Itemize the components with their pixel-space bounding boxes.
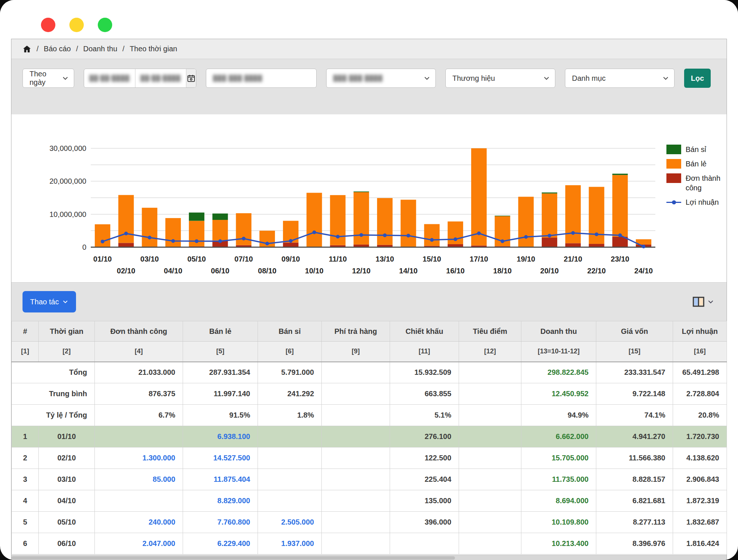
summary-row-total: Tổng 21.033.000 287.931.354 5.791.000 15… xyxy=(12,362,727,383)
cell-don-thanh-cong[interactable]: 2.047.000 xyxy=(95,533,183,554)
svg-text:22/10: 22/10 xyxy=(587,267,606,275)
cell-ban-le[interactable]: 14.527.500 xyxy=(183,447,258,469)
col-ban-si[interactable]: Bán sỉ xyxy=(258,321,322,342)
col-tieu-diem[interactable]: Tiêu điểm xyxy=(459,321,521,342)
table-row: 5 05/10 240.000 7.760.800 2.505.000 396.… xyxy=(12,512,727,533)
cell-ban-si[interactable] xyxy=(258,426,322,447)
table-row: 2 02/10 1.300.000 14.527.500 122.500 15.… xyxy=(12,447,727,469)
summary-value: 5.791.000 xyxy=(258,362,322,383)
breadcrumb-separator: / xyxy=(76,45,78,53)
cell-ban-le[interactable]: 8.829.000 xyxy=(183,490,258,512)
table-header-row: # Thời gian Đơn thành công Bán lẻ Bán sỉ… xyxy=(12,321,727,342)
chevron-down-icon xyxy=(62,299,68,305)
row-index: 3 xyxy=(12,469,39,490)
date-to-input[interactable]: ██/██/████ xyxy=(135,69,186,87)
cell-tieu-diem xyxy=(459,512,521,533)
home-icon[interactable] xyxy=(23,45,31,53)
store-select[interactable]: ███ ███ ████ xyxy=(326,69,436,88)
chart-legend: Bán sỉ Bán lẻ Đơn thành công Lợi nhuận xyxy=(666,145,726,207)
cell-gia-von: 8.277.113 xyxy=(596,512,673,533)
cell-ban-si[interactable] xyxy=(258,447,322,469)
cell-ban-si[interactable]: 2.505.000 xyxy=(258,512,322,533)
scrollbar-thumb[interactable] xyxy=(11,556,455,560)
row-date[interactable]: 06/10 xyxy=(39,533,95,554)
legend-item-don-thanh-cong[interactable]: Đơn thành công xyxy=(666,173,726,193)
cell-ban-le[interactable]: 11.875.404 xyxy=(183,469,258,490)
svg-text:20/10: 20/10 xyxy=(540,267,559,275)
column-visibility-button[interactable] xyxy=(693,297,714,307)
col-chiet-khau[interactable]: Chiết khấu xyxy=(390,321,459,342)
cell-ban-si[interactable]: 1.937.000 xyxy=(258,533,322,554)
summary-value: 241.292 xyxy=(258,383,322,405)
summary-value: 298.822.845 xyxy=(521,362,596,383)
traffic-light-zoom[interactable] xyxy=(98,18,112,32)
col-ban-le[interactable]: Bán lẻ xyxy=(183,321,258,342)
cell-phi-tra-hang xyxy=(322,447,390,469)
row-date[interactable]: 04/10 xyxy=(39,490,95,512)
store-search-input[interactable]: ███ ███ ████ xyxy=(206,69,317,88)
traffic-light-minimize[interactable] xyxy=(69,18,84,32)
summary-value xyxy=(459,405,521,426)
date-range-picker[interactable]: ██/██/████ ██/██/████ xyxy=(84,69,196,88)
filter-button[interactable]: Lọc xyxy=(684,69,711,88)
col-loi-nhuan[interactable]: Lợi nhuận xyxy=(673,321,727,342)
cell-phi-tra-hang xyxy=(322,533,390,554)
cell-don-thanh-cong[interactable]: 240.000 xyxy=(95,512,183,533)
col-don-thanh-cong[interactable]: Đơn thành công xyxy=(95,321,183,342)
chart-section: 010,000,00020,000,00030,000,00001/1002/1… xyxy=(11,114,727,282)
cell-don-thanh-cong[interactable]: 1.300.000 xyxy=(95,447,183,469)
date-from-input[interactable]: ██/██/████ xyxy=(84,69,135,87)
cell-tieu-diem xyxy=(459,490,521,512)
breadcrumb-item-doanh-thu[interactable]: Doanh thu xyxy=(83,45,117,53)
row-index: 4 xyxy=(12,490,39,512)
col-phi-tra-hang[interactable]: Phí trả hàng xyxy=(322,321,390,342)
summary-value xyxy=(322,383,390,405)
cell-chiet-khau: 276.100 xyxy=(390,426,459,447)
cell-don-thanh-cong[interactable]: 85.000 xyxy=(95,469,183,490)
brand-select[interactable]: Thương hiệu xyxy=(445,69,555,88)
summary-row-average: Trung bình 876.375 11.997.140 241.292 66… xyxy=(12,383,727,405)
summary-value: 15.932.509 xyxy=(390,362,459,383)
group-by-select[interactable]: Theo ngày xyxy=(23,69,74,88)
summary-value: 9.722.148 xyxy=(596,383,673,405)
legend-label: Lợi nhuận xyxy=(686,197,719,207)
row-date[interactable]: 02/10 xyxy=(39,447,95,469)
cell-ban-si[interactable] xyxy=(258,469,322,490)
cell-don-thanh-cong[interactable] xyxy=(95,490,183,512)
legend-item-ban-si[interactable]: Bán sỉ xyxy=(666,145,726,154)
col-tag: [13=10-11-12] xyxy=(521,342,596,362)
legend-item-loi-nhuan[interactable]: Lợi nhuận xyxy=(666,197,726,207)
summary-row-ratio: Tỷ lệ / Tổng 6.7% 91.5% 1.8% 5.1% 94.9% … xyxy=(12,405,727,426)
breadcrumb: / Báo cáo / Doanh thu / Theo thời gian xyxy=(11,39,727,59)
breadcrumb-separator: / xyxy=(37,45,39,53)
col-doanh-thu[interactable]: Doanh thu xyxy=(521,321,596,342)
row-date[interactable]: 03/10 xyxy=(39,469,95,490)
cell-loi-nhuan: 1.832.687 xyxy=(673,512,727,533)
col-stt[interactable]: # xyxy=(12,321,39,342)
col-thoi-gian[interactable]: Thời gian xyxy=(39,321,95,342)
row-date[interactable]: 01/10 xyxy=(39,426,95,447)
legend-item-ban-le[interactable]: Bán lẻ xyxy=(666,159,726,169)
chevron-down-icon xyxy=(662,75,669,82)
actions-button[interactable]: Thao tác xyxy=(23,291,76,312)
calendar-button[interactable] xyxy=(186,69,196,87)
cell-ban-le[interactable]: 6.938.100 xyxy=(183,426,258,447)
breadcrumb-item-theo-thoi-gian[interactable]: Theo thời gian xyxy=(130,45,177,53)
revenue-chart: 010,000,00020,000,00030,000,00001/1002/1… xyxy=(11,114,727,282)
columns-icon xyxy=(693,297,704,307)
summary-value: 233.331.547 xyxy=(596,362,673,383)
svg-text:30,000,000: 30,000,000 xyxy=(49,144,86,152)
horizontal-scrollbar[interactable] xyxy=(11,555,727,560)
date-to-value: ██/██/████ xyxy=(141,75,181,82)
category-select[interactable]: Danh mục xyxy=(565,69,675,88)
cell-don-thanh-cong[interactable] xyxy=(95,426,183,447)
breadcrumb-item-bao-cao[interactable]: Báo cáo xyxy=(44,45,71,53)
svg-text:18/10: 18/10 xyxy=(493,267,512,275)
row-date[interactable]: 05/10 xyxy=(39,512,95,533)
traffic-light-close[interactable] xyxy=(41,18,55,32)
col-gia-von[interactable]: Giá vốn xyxy=(596,321,673,342)
row-index: 6 xyxy=(12,533,39,554)
cell-ban-si[interactable] xyxy=(258,490,322,512)
cell-ban-le[interactable]: 6.229.400 xyxy=(183,533,258,554)
cell-ban-le[interactable]: 7.760.800 xyxy=(183,512,258,533)
